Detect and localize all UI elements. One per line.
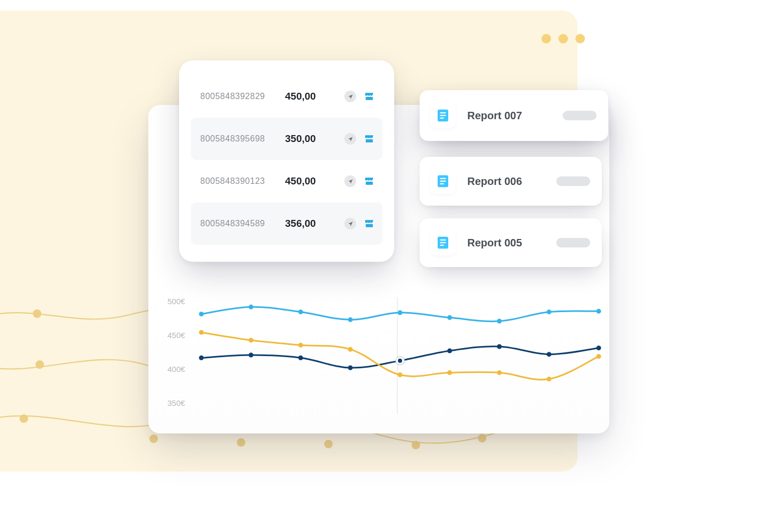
transactions-card: 8005848392829 450,00 8005848395698 350,0… <box>179 60 394 262</box>
chart-point <box>497 370 502 375</box>
transaction-row[interactable]: 8005848395698 350,00 <box>191 118 383 160</box>
svg-rect-14 <box>440 178 446 179</box>
svg-rect-11 <box>440 115 446 116</box>
chart-point <box>298 343 303 348</box>
store-icon[interactable] <box>363 218 375 229</box>
chart-point <box>547 377 552 382</box>
transaction-id: 8005848395698 <box>200 134 285 144</box>
svg-rect-19 <box>440 242 446 243</box>
traffic-dot <box>541 34 551 43</box>
chart-point <box>497 344 502 349</box>
chart-y-tick: 350€ <box>167 398 185 407</box>
transaction-row[interactable]: 8005848392829 450,00 <box>191 75 383 118</box>
window-traffic-dots <box>541 34 585 43</box>
transaction-amount: 356,00 <box>285 218 333 229</box>
chart-point <box>547 352 552 357</box>
report-meta-placeholder <box>563 111 597 120</box>
chart-point <box>199 330 204 335</box>
chart-point <box>298 356 303 360</box>
chart-point <box>447 370 452 375</box>
report-card[interactable]: Report 006 <box>420 157 602 206</box>
traffic-dot <box>558 34 568 43</box>
chart-y-tick: 500€ <box>167 297 185 306</box>
location-arrow-icon[interactable] <box>344 133 356 145</box>
chart <box>196 295 604 416</box>
location-arrow-icon[interactable] <box>344 175 356 187</box>
chart-point <box>199 312 204 316</box>
chart-point <box>597 345 601 350</box>
chart-indicator-dot <box>398 359 402 363</box>
svg-rect-16 <box>440 183 444 184</box>
svg-rect-15 <box>440 181 446 182</box>
report-label: Report 006 <box>467 175 522 188</box>
transaction-id: 8005848390123 <box>200 176 285 186</box>
chart-point <box>497 319 502 324</box>
chart-y-tick: 400€ <box>167 365 185 374</box>
store-icon[interactable] <box>363 91 375 102</box>
chart-point <box>547 309 552 314</box>
location-arrow-icon[interactable] <box>344 218 356 229</box>
chart-point <box>597 309 601 314</box>
document-icon <box>430 169 456 194</box>
svg-rect-20 <box>440 245 444 246</box>
transaction-id: 8005848392829 <box>200 92 285 101</box>
document-icon <box>430 103 456 128</box>
svg-rect-12 <box>440 118 444 119</box>
transaction-row[interactable]: 8005848394589 356,00 <box>191 202 383 245</box>
transaction-id: 8005848394589 <box>200 219 285 228</box>
transaction-amount: 350,00 <box>285 133 333 145</box>
report-card[interactable]: Report 005 <box>420 218 602 267</box>
traffic-dot <box>575 34 585 43</box>
report-meta-placeholder <box>556 238 590 247</box>
chart-point <box>597 354 601 359</box>
chart-point <box>248 353 253 358</box>
chart-point <box>348 317 353 322</box>
store-icon[interactable] <box>363 133 375 145</box>
svg-rect-18 <box>440 240 446 241</box>
stage: 500€ 450€ 400€ 350€ 8005848392829 450,00… <box>0 0 773 532</box>
svg-rect-10 <box>440 112 446 113</box>
transaction-amount: 450,00 <box>285 175 333 187</box>
store-icon[interactable] <box>363 175 375 187</box>
chart-point <box>248 305 253 309</box>
document-icon <box>430 230 456 255</box>
chart-point <box>447 315 452 320</box>
chart-y-tick: 450€ <box>167 331 185 340</box>
report-label: Report 007 <box>467 110 522 122</box>
report-meta-placeholder <box>556 176 590 186</box>
chart-point <box>248 338 253 343</box>
chart-point <box>199 356 204 360</box>
chart-point <box>298 309 303 314</box>
chart-point <box>348 366 353 370</box>
report-label: Report 005 <box>467 237 522 249</box>
transaction-row[interactable]: 8005848390123 450,00 <box>191 160 383 202</box>
chart-point <box>348 347 353 352</box>
transaction-amount: 450,00 <box>285 91 333 102</box>
report-card[interactable]: Report 007 <box>420 90 608 141</box>
chart-point <box>447 349 452 353</box>
chart-point <box>398 311 403 315</box>
location-arrow-icon[interactable] <box>344 91 356 102</box>
chart-point <box>398 373 403 377</box>
